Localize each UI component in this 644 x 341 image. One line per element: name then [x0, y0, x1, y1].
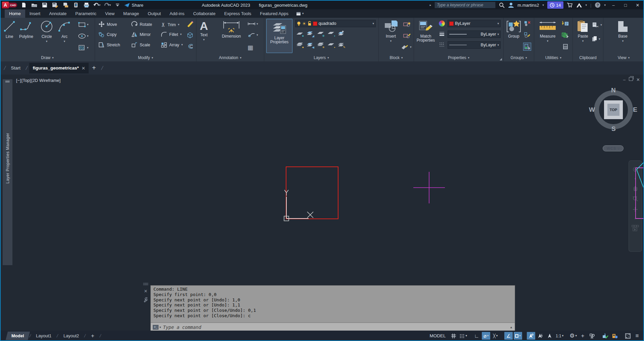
snap-dropdown[interactable]: ▾ [465, 334, 467, 337]
arc-dropdown[interactable]: ▾ [64, 40, 65, 43]
open-from-web-mobile-button[interactable] [72, 1, 80, 9]
tab-insert[interactable]: Insert [25, 9, 45, 18]
autodesk-logo-icon[interactable] [576, 3, 582, 8]
notifications-badge[interactable]: 14 [547, 1, 563, 9]
square-entity[interactable] [286, 167, 338, 219]
group-selection-toggle[interactable] [523, 43, 531, 51]
window-minimize-button[interactable]: – [609, 3, 618, 8]
circle-dropdown[interactable]: ▾ [46, 40, 48, 43]
viewcube-east[interactable]: E [633, 106, 637, 113]
scale-dropdown[interactable]: ▾ [562, 334, 564, 337]
command-prompt-icon[interactable]: >_ ▾ [153, 325, 161, 330]
drawing-tab-close-icon[interactable]: ✕ [82, 65, 85, 71]
layer-match-button[interactable] [337, 31, 345, 37]
search-input[interactable] [437, 3, 493, 7]
window-close-button[interactable]: ✕ [633, 3, 642, 8]
tab-featured-apps[interactable]: Featured Apps [256, 9, 293, 18]
layer-unlock-button[interactable]: ▪ [327, 42, 334, 48]
panel-label-utilities[interactable]: Utilities▾ [534, 54, 572, 61]
signed-in-user[interactable]: m.martins2 [517, 3, 539, 8]
qat-customize-button[interactable] [114, 1, 121, 9]
viewcube-south[interactable]: S [611, 125, 616, 133]
tab-view[interactable]: View [101, 9, 119, 18]
user-avatar-icon[interactable] [508, 2, 514, 8]
ungroup-button[interactable] [524, 20, 531, 27]
tab-collaborate[interactable]: Collaborate [189, 9, 220, 18]
stretch-button[interactable]: Stretch [98, 42, 120, 48]
measure-button[interactable]: Measure ▾ [537, 20, 558, 43]
table-button[interactable]: ▦ [247, 44, 253, 51]
viewport-min-button[interactable]: – [623, 77, 626, 82]
select-similar-button[interactable] [561, 32, 569, 38]
command-history[interactable]: Command: LINE Specify first point: 0,0 S… [150, 285, 515, 323]
start-tab[interactable]: Start [7, 63, 24, 73]
leader-button[interactable]: ▾ [247, 33, 258, 37]
ellipse-button[interactable]: ▾ [78, 33, 89, 39]
scale-button[interactable]: Scale [131, 42, 150, 48]
isometric-drafting-toggle[interactable]: ╳▾ [491, 332, 500, 340]
cut-dropdown[interactable]: ▾ [600, 23, 602, 27]
isolate-objects-button[interactable] [588, 332, 596, 340]
grid-display-toggle[interactable] [449, 332, 458, 340]
group-edit-button[interactable] [524, 32, 531, 38]
explode-button[interactable] [186, 32, 194, 39]
new-file-button[interactable] [20, 1, 28, 9]
lineweight-dropdown[interactable]: ▾ [497, 33, 499, 36]
layer-thaw-all-button[interactable]: ☀ [317, 42, 324, 48]
paste-button[interactable]: Paste ▾ [574, 20, 592, 43]
rectangle-button[interactable]: ▾ [78, 22, 89, 28]
share-button[interactable]: Share [124, 3, 143, 8]
object-snap-toggle[interactable]: ▾ [514, 332, 522, 340]
pan-hand-icon[interactable] [632, 185, 638, 191]
layer-combo-dropdown[interactable]: ▾ [372, 22, 374, 25]
showmotion-icon[interactable] [632, 225, 639, 232]
fillet-button[interactable]: Fillet ▾ [161, 32, 182, 37]
layer-properties-button[interactable]: Layer Properties [266, 19, 292, 53]
leader-dropdown[interactable]: ▾ [257, 34, 258, 37]
snap-mode-toggle[interactable]: ▾ [459, 332, 468, 340]
autocad-logo-icon[interactable]: A CAD [2, 2, 17, 8]
quick-select-button[interactable] [561, 20, 569, 27]
layer-lock-button[interactable]: ▪ [327, 31, 334, 37]
polyline-button[interactable]: Polyline [19, 19, 34, 39]
help-dropdown[interactable]: ▾ [604, 4, 606, 7]
viewcube-north[interactable]: N [611, 87, 616, 94]
model-tab[interactable]: Model [6, 332, 30, 340]
command-input[interactable] [163, 325, 508, 330]
navigation-bar[interactable]: ◎ ▾ ▾ [629, 160, 642, 252]
text-dropdown[interactable]: ▾ [203, 38, 205, 41]
search-box[interactable] [434, 2, 496, 8]
layer-properties-manager-palette[interactable]: Layer Properties Manager [3, 79, 12, 265]
line-button[interactable]: Line [3, 19, 16, 39]
layer-isolate-button[interactable]: ◢ [306, 31, 314, 37]
insert-dropdown[interactable]: ▾ [390, 40, 392, 43]
panel-label-block[interactable]: Block▾ [379, 54, 414, 61]
viewport-close-button[interactable]: ✕ [636, 77, 640, 82]
rotate-button[interactable]: Rotate [131, 21, 152, 28]
undo-button[interactable]: ▾ [93, 1, 100, 9]
dim-linear-button[interactable]: ▾ [247, 22, 258, 26]
layer-freeze-button[interactable]: ❄ [317, 31, 324, 37]
window-maximize-button[interactable]: □ [621, 3, 630, 8]
array-button[interactable]: Array ▾ [161, 42, 183, 48]
color-wheel-icon[interactable] [439, 20, 445, 27]
object-snap-tracking-toggle[interactable]: ∠ [504, 332, 513, 340]
edit-block-button[interactable] [403, 33, 411, 39]
linetype-dropdown[interactable]: ▾ [497, 44, 499, 47]
create-block-button[interactable] [403, 21, 411, 27]
tab-home[interactable]: Home [5, 9, 25, 18]
redo-button[interactable]: ▾ [103, 1, 111, 9]
full-navigation-wheel-icon[interactable]: ◎ [633, 165, 638, 173]
undo-dropdown[interactable]: ▾ [99, 4, 101, 7]
trim-button[interactable]: ✂ Trim ▾ [161, 21, 179, 28]
drawing-tab[interactable]: figuras_geometricas* ✕ [29, 63, 89, 74]
zoom-extents-icon[interactable] [632, 196, 638, 202]
layer-on-button[interactable]: ● [296, 42, 303, 48]
command-prompt-dropdown[interactable]: ▾ [159, 326, 161, 329]
osnap-dropdown[interactable]: ▾ [519, 334, 521, 337]
layer-change-button[interactable]: ✎ [337, 42, 345, 48]
save-button[interactable] [41, 1, 48, 9]
viewcube-top-face[interactable]: TOP [604, 100, 623, 119]
linetype-combo[interactable]: ByLayer ▾ [448, 41, 501, 49]
hatch-button[interactable]: ▾ [78, 45, 89, 51]
